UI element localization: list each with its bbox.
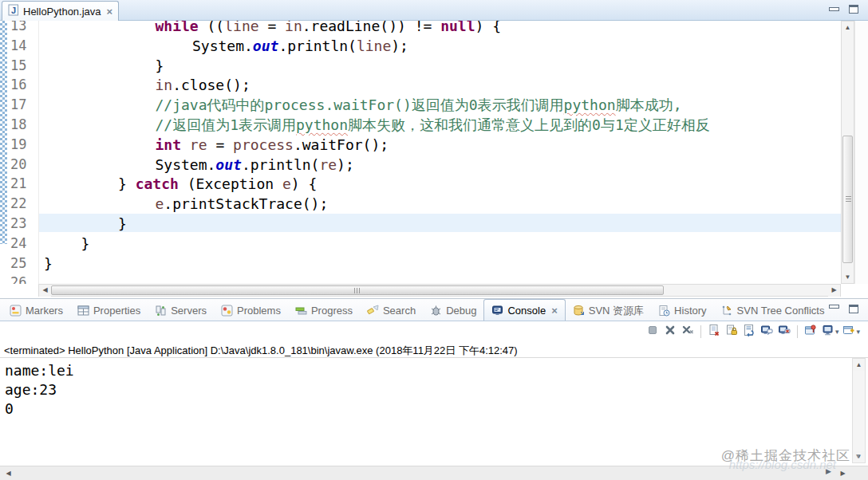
toolbar-separator [700,325,701,338]
close-icon[interactable]: × [107,6,113,18]
code-line-18[interactable]: 18//返回值为1表示调用python脚本失败，这和我们通常意义上见到的0与1定… [0,115,841,135]
line-number: 22 [10,194,37,214]
svn-repo-icon [573,305,585,317]
code-line-15[interactable]: 15} [0,56,841,76]
tab-servers[interactable]: Servers [148,301,214,321]
editor-vertical-scrollbar[interactable]: ▲ ▼ [841,21,854,284]
watermark-dropdown-icon: ▾ [856,451,860,460]
chevron-down-icon[interactable]: ▾ [835,328,839,336]
scroll-up-icon[interactable]: ▲ [842,22,854,33]
console-icon [491,305,503,317]
tab-console[interactable]: Console× [483,299,565,321]
minimize-icon[interactable] [829,7,839,11]
remove-all-launches-button[interactable] [679,323,696,340]
editor-body[interactable]: 13while ((line = in.readLine()) != null)… [0,21,841,284]
console-scroll-up-icon[interactable]: ▲ [853,359,865,371]
code-text: //返回值为1表示调用python脚本失败，这和我们通常意义上见到的0与1定义正… [156,115,710,135]
code-line-26[interactable]: 26 [0,273,841,284]
code-line-24[interactable]: 24} [0,234,841,254]
word-wrap-button[interactable] [740,323,758,340]
line-number: 15 [10,56,37,76]
line-number: 16 [10,75,37,95]
console-scroll-right-icon[interactable]: ▶ [837,466,849,478]
editor-tab-title: HelloPython.java [23,6,101,18]
editor-horizontal-scrollbar[interactable]: ◀ ▶ [38,284,841,297]
scroll-right-icon[interactable]: ▶ [828,285,840,297]
code-line-17[interactable]: 17//java代码中的process.waitFor()返回值为0表示我们调用… [0,95,841,115]
console-output-line: name:lei [5,361,847,380]
tab-problems[interactable]: Problems [214,301,288,321]
code-text: } catch (Exception e) { [118,174,317,194]
scroll-lock-button[interactable] [723,323,740,340]
code-text: System.out.println(re); [156,155,354,175]
terminate-button[interactable] [644,323,661,340]
display-console-button[interactable] [819,323,837,340]
editor-tabbar: J HelloPython.java × [0,0,868,21]
scroll-lock-icon [725,324,738,340]
maximize-icon[interactable] [849,5,858,14]
console-scroll-left-icon[interactable]: ◀ [2,466,14,478]
clear-console-icon [708,324,720,340]
editor-area: J HelloPython.java × 13while ((line = in… [0,0,868,298]
history-icon [658,305,670,317]
tab-history[interactable]: History [651,301,713,321]
tab-search[interactable]: Search [360,301,423,321]
word-wrap-icon [743,324,756,340]
code-line-22[interactable]: 22e.printStackTrace(); [0,194,841,214]
chevron-down-icon[interactable]: ▾ [856,328,860,336]
scroll-left-icon[interactable]: ◀ [39,285,51,297]
code-text: System.out.println(line); [192,36,408,56]
terminate-icon [646,324,659,340]
clear-console-button[interactable] [705,323,723,340]
console-vertical-scrollbar[interactable]: ▲ ▼ [852,358,866,463]
debug-icon [430,305,442,317]
show-stderr-button[interactable] [775,323,793,340]
editor-hscroll-thumb[interactable] [51,285,664,295]
scroll-down-icon[interactable]: ▼ [842,271,854,283]
view-tabbar: MarkersPropertiesServersProblemsProgress… [0,299,868,321]
tab-label: Properties [93,305,140,317]
line-number: 23 [10,214,37,234]
tab-properties[interactable]: Properties [70,301,148,321]
tab-markers[interactable]: Markers [2,301,70,321]
panel-minimize-icon[interactable] [829,305,839,313]
display-console-icon [822,324,834,340]
tab-svn-[interactable]: SVN 资源库 [566,301,651,321]
code-line-13[interactable]: 13while ((line = in.readLine()) != null)… [0,21,841,36]
search-icon [367,305,379,317]
remove-launch-button[interactable] [661,323,679,340]
properties-icon [77,305,89,317]
java-file-icon: J [8,4,19,18]
code-line-21[interactable]: 21} catch (Exception e) { [0,174,841,194]
code-line-25[interactable]: 25} [0,254,841,273]
panel-maximize-icon[interactable] [849,305,858,313]
code-line-23[interactable]: 23} [0,214,841,234]
code-line-14[interactable]: 14System.out.println(line); [0,36,841,56]
editor-vscroll-thumb[interactable] [842,136,853,263]
show-stdout-button[interactable] [758,323,775,340]
editor-tab-hellopython[interactable]: J HelloPython.java × [2,1,119,21]
problems-icon [221,305,233,317]
pin-console-button[interactable] [802,323,819,340]
console-toolbar: ▾▾ [0,321,868,342]
svg-text:J: J [11,6,16,15]
tab-label: SVN 资源库 [589,304,644,318]
line-number: 25 [10,254,37,273]
tab-progress[interactable]: Progress [288,301,360,321]
line-number: 19 [10,135,37,155]
code-line-16[interactable]: 16in.close(); [0,75,841,95]
code-line-19[interactable]: 19int re = process.waitFor(); [0,135,841,155]
close-icon[interactable]: × [551,305,558,317]
tab-label: SVN Tree Conflicts [737,305,825,317]
code-line-20[interactable]: 20System.out.println(re); [0,155,841,175]
open-console-button[interactable] [840,323,858,340]
progress-icon [295,305,307,317]
line-number: 20 [10,155,37,175]
console-output-line: age:23 [5,380,847,399]
code-text: } [118,214,127,234]
remove-all-icon [681,324,694,340]
tab-svn-tree-conflicts[interactable]: SVN Tree Conflicts [714,301,832,321]
code-text: } [156,56,164,76]
tab-debug[interactable]: Debug [423,301,483,321]
tab-label: Markers [26,305,63,317]
